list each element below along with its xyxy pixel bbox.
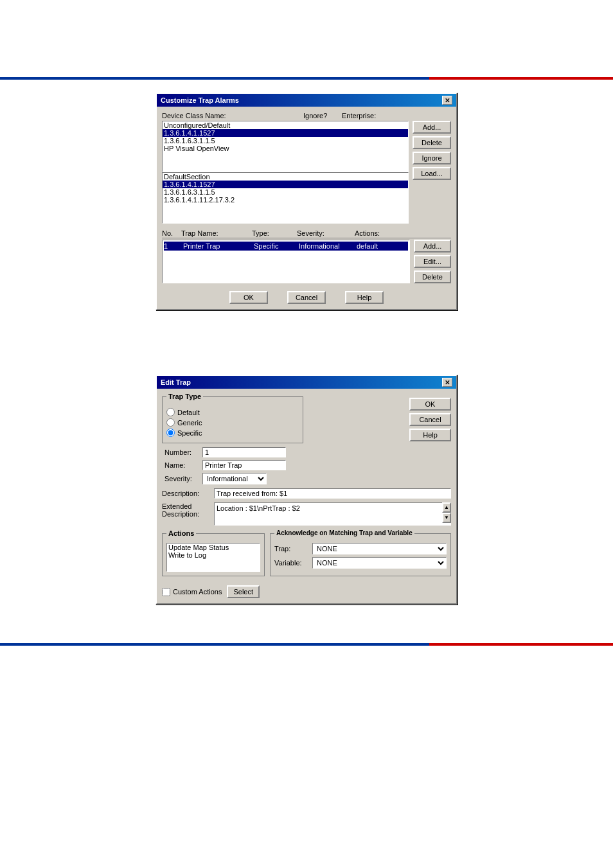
action-item[interactable]: Write to Log — [167, 551, 260, 559]
trap-add-button[interactable]: Add... — [414, 240, 451, 252]
radio-generic[interactable] — [166, 418, 175, 427]
trap-type-legend: Trap Type — [166, 393, 203, 400]
enterprise-list-item[interactable]: 1.3.6.1.6.3.1.1.5 — [163, 188, 408, 196]
device-add-button[interactable]: Add... — [413, 121, 451, 134]
description-input[interactable] — [214, 488, 451, 499]
device-list-item[interactable]: HP Visual OpenView — [163, 145, 408, 152]
ext-desc-scroll-up[interactable]: ▲ — [442, 502, 451, 513]
col-trap-name: Trap Name: — [181, 229, 252, 237]
ignore-header: Ignore? — [303, 112, 342, 120]
col-actions: Actions: — [355, 229, 406, 237]
enterprise-header: Enterprise: — [342, 112, 451, 120]
trap-type-group: Trap Type Default Generic Specific — [162, 396, 303, 443]
actions-group: Actions Update Map Status Write to Log — [162, 533, 265, 576]
radio-specific-label: Specific — [177, 429, 202, 437]
actions-legend: Actions — [166, 529, 196, 537]
enterprise-list-item[interactable]: 1.3.6.1.4.1.1527 — [163, 181, 408, 188]
device-class-header: Device Class Name: — [162, 112, 303, 120]
trap-table-header: No. Trap Name: Type: Severity: Actions: — [162, 229, 451, 238]
dialog1-help-button[interactable]: Help — [345, 291, 384, 304]
enterprise-list-item[interactable]: 1.3.6.1.4.1.11.2.17.3.2 — [163, 196, 408, 204]
trap-edit-button[interactable]: Edit... — [414, 255, 451, 268]
dialog1-titlebar: Customize Trap Alarms ✕ — [157, 94, 456, 107]
dialog1-ok-button[interactable]: OK — [229, 291, 268, 304]
enterprise-listbox[interactable]: DefaultSection 1.3.6.1.4.1.1527 1.3.6.1.… — [162, 172, 409, 224]
custom-actions-label: Custom Actions — [173, 588, 222, 596]
dialog1-close-button[interactable]: ✕ — [442, 96, 452, 105]
trap-select[interactable]: NONE — [312, 543, 447, 554]
severity-label: Severity: — [164, 475, 200, 483]
edit-trap-dialog: Edit Trap ✕ Trap Type Default Generic — [155, 375, 458, 605]
dialog1-cancel-button[interactable]: Cancel — [287, 291, 326, 304]
custom-actions-checkbox[interactable] — [162, 588, 170, 596]
name-label: Name: — [164, 461, 200, 469]
dialog2-help-button[interactable]: Help — [409, 429, 451, 441]
description-label: Description: — [162, 490, 210, 497]
variable-label: Variable: — [274, 559, 310, 567]
enterprise-list-item[interactable]: DefaultSection — [163, 173, 408, 181]
trap-name: Printer Trap — [183, 242, 254, 250]
ack-legend: Acknowledge on Matching Trap and Variabl… — [274, 529, 414, 536]
severity-select[interactable]: Informational Warning Minor Major Critic… — [202, 473, 267, 484]
dialog2-ok-button[interactable]: OK — [409, 398, 451, 411]
trap-no: 1 — [164, 242, 183, 250]
name-input[interactable] — [202, 460, 286, 470]
device-load-button[interactable]: Load... — [413, 167, 451, 180]
device-delete-button[interactable]: Delete — [413, 136, 451, 149]
trap-delete-button[interactable]: Delete — [414, 270, 451, 283]
col-no: No. — [162, 229, 181, 237]
radio-default-row: Default — [166, 408, 299, 416]
trap-row[interactable]: 1 Printer Trap Specific Informational de… — [164, 242, 408, 251]
device-list-item[interactable]: Unconfigured/Default — [163, 121, 408, 129]
ack-group: Acknowledge on Matching Trap and Variabl… — [270, 533, 451, 576]
trap-list[interactable]: 1 Printer Trap Specific Informational de… — [162, 240, 410, 283]
extended-desc-textarea[interactable]: Location : $1\nPrtTrap : $2 — [214, 502, 451, 526]
dialog1-title: Customize Trap Alarms — [161, 96, 239, 104]
device-list-item[interactable]: 1.3.6.1.4.1.1527 — [163, 129, 408, 137]
device-ignore-button[interactable]: Ignore — [413, 152, 451, 164]
trap-field-label: Trap: — [274, 545, 310, 553]
radio-default[interactable] — [166, 408, 175, 416]
col-type: Type: — [252, 229, 297, 237]
radio-generic-row: Generic — [166, 418, 299, 427]
select-button[interactable]: Select — [227, 585, 260, 598]
customize-trap-alarms-dialog: Customize Trap Alarms ✕ Device Class Nam… — [155, 93, 458, 310]
number-label: Number: — [164, 448, 200, 456]
device-class-listbox[interactable]: Unconfigured/Default 1.3.6.1.4.1.1527 1.… — [162, 121, 409, 172]
trap-severity: Informational — [299, 242, 357, 250]
device-list-item[interactable]: 1.3.6.1.6.3.1.1.5 — [163, 137, 408, 145]
action-item[interactable]: Update Map Status — [167, 544, 260, 551]
number-input[interactable] — [202, 447, 286, 457]
extended-desc-label: Extended Description: — [162, 502, 210, 518]
dialog2-titlebar: Edit Trap ✕ — [157, 376, 456, 389]
trap-actions: default — [357, 242, 408, 250]
radio-specific-row: Specific — [166, 429, 299, 437]
ext-desc-scroll-down[interactable]: ▼ — [442, 513, 451, 523]
actions-listbox[interactable]: Update Map Status Write to Log — [166, 543, 260, 572]
radio-specific[interactable] — [166, 429, 175, 437]
dialog2-cancel-button[interactable]: Cancel — [409, 413, 451, 426]
radio-generic-label: Generic — [177, 419, 202, 427]
dialog2-close-button[interactable]: ✕ — [442, 378, 452, 387]
col-severity: Severity: — [297, 229, 355, 237]
variable-select[interactable]: NONE — [312, 557, 447, 569]
trap-type: Specific — [254, 242, 299, 250]
dialog2-title: Edit Trap — [161, 378, 191, 386]
radio-default-label: Default — [177, 409, 200, 416]
custom-actions-row: Custom Actions — [162, 588, 222, 596]
